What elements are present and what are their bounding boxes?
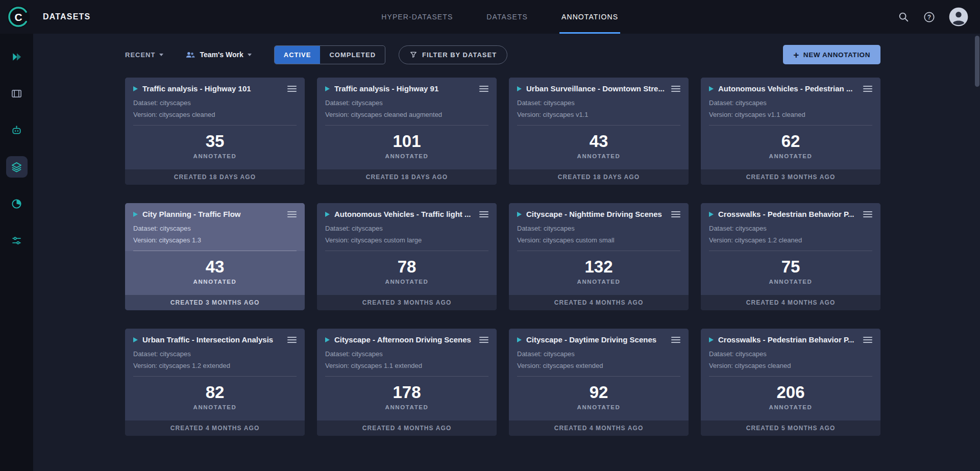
card-menu-icon[interactable] [863, 85, 872, 92]
app-logo[interactable]: C [7, 6, 30, 28]
card-title: Autonomous Vehicles - Pedestrian ... [718, 84, 858, 93]
sidebar-item-reports[interactable] [6, 193, 28, 214]
card-menu-icon[interactable] [671, 85, 680, 92]
card-dataset: Dataset: cityscapes [517, 350, 680, 358]
annotation-card[interactable]: Autonomous Vehicles - Pedestrian ... Dat… [701, 78, 880, 185]
annotated-count: 78 [398, 257, 416, 277]
annotated-count: 132 [584, 257, 612, 277]
scope-dropdown[interactable]: Team's Work [185, 49, 251, 60]
card-title: Cityscape - Afternoon Driving Scenes [334, 335, 474, 344]
card-dataset: Dataset: cityscapes [325, 225, 488, 232]
user-avatar-icon[interactable] [948, 7, 969, 27]
card-top: Traffic analysis - Highway 91 Dataset: c… [317, 78, 497, 126]
sidebar-item-automation[interactable] [6, 119, 28, 141]
card-count-block: 92 ANNOTATED [509, 377, 689, 420]
card-title: Traffic analysis - Highway 101 [142, 84, 282, 93]
filter-by-dataset-button[interactable]: FILTER BY DATASET [399, 45, 507, 64]
layers-icon [11, 161, 22, 173]
logo-icon: C [7, 6, 30, 28]
toggle-active[interactable]: ACTIVE [275, 46, 321, 64]
card-header: Autonomous Vehicles - Pedestrian ... [709, 84, 872, 93]
search-icon[interactable] [897, 11, 910, 23]
annotation-card[interactable]: Urban Surveillance - Downtown Stre... Da… [509, 78, 689, 185]
card-title: Cityscape - Nighttime Driving Scenes [526, 210, 666, 218]
annotated-label: ANNOTATED [577, 404, 621, 410]
card-dataset: Dataset: cityscapes [133, 225, 297, 232]
play-icon [325, 86, 330, 91]
top-tab-label: DATASETS [486, 13, 528, 21]
annotation-card[interactable]: Crosswalks - Pedestrian Behavior P... Da… [701, 203, 880, 310]
annotation-card[interactable]: Cityscape - Daytime Driving Scenes Datas… [509, 329, 689, 436]
card-dataset: Dataset: cityscapes [133, 99, 297, 107]
card-dataset: Dataset: cityscapes [709, 225, 872, 232]
card-menu-icon[interactable] [863, 211, 872, 218]
scrollbar-thumb[interactable] [975, 36, 979, 87]
card-count-block: 206 ANNOTATED [701, 377, 880, 420]
card-version: Version: cityscapes v1.1 [517, 111, 680, 126]
annotation-card[interactable]: Urban Traffic - Intersection Analysis Da… [125, 329, 305, 436]
play-icon [517, 212, 522, 217]
annotation-card[interactable]: Cityscape - Afternoon Driving Scenes Dat… [317, 329, 497, 436]
card-version: Version: cityscapes cleaned augmented [325, 111, 488, 126]
film-icon [11, 88, 22, 100]
sidebar-item-pipelines[interactable] [6, 230, 28, 251]
card-created: CREATED 3 MONTHS AGO [701, 169, 880, 185]
card-menu-icon[interactable] [671, 336, 680, 343]
toggle-completed[interactable]: COMPLETED [320, 46, 385, 64]
annotation-card[interactable]: Crosswalks - Pedestrian Behavior P... Da… [701, 329, 880, 436]
annotated-count: 43 [590, 132, 608, 151]
card-count-block: 35 ANNOTATED [125, 126, 305, 169]
annotated-count: 43 [206, 257, 225, 277]
card-title: Autonomous Vehicles - Traffic light ... [334, 210, 474, 218]
card-header: Crosswalks - Pedestrian Behavior P... [709, 335, 872, 344]
annotated-count: 75 [781, 257, 800, 277]
sidebar-item-frames[interactable] [6, 83, 28, 104]
annotated-label: ANNOTATED [577, 279, 621, 285]
annotated-count: 92 [590, 383, 608, 402]
annotation-card[interactable]: Traffic analysis - Highway 101 Dataset: … [125, 78, 305, 185]
card-title: Crosswalks - Pedestrian Behavior P... [718, 210, 858, 218]
team-icon [185, 49, 195, 60]
annotation-card[interactable]: Traffic analysis - Highway 91 Dataset: c… [317, 78, 497, 185]
chevron-down-icon [159, 54, 163, 56]
annotated-count: 101 [393, 132, 421, 151]
new-annotation-button[interactable]: + NEW ANNOTATION [783, 45, 880, 64]
card-header: Traffic analysis - Highway 101 [133, 84, 297, 93]
card-dataset: Dataset: cityscapes [709, 350, 872, 358]
top-tab[interactable]: ANNOTATIONS [559, 0, 620, 34]
top-tab[interactable]: HYPER-DATASETS [379, 0, 455, 34]
play-icon [517, 337, 522, 342]
annotated-count: 206 [776, 383, 804, 402]
help-icon[interactable]: ? [923, 11, 935, 23]
card-menu-icon[interactable] [479, 211, 488, 218]
top-tab[interactable]: DATASETS [484, 0, 530, 34]
card-menu-icon[interactable] [863, 336, 872, 343]
card-menu-icon[interactable] [479, 336, 488, 343]
card-count-block: 43 ANNOTATED [509, 126, 689, 169]
card-header: Cityscape - Afternoon Driving Scenes [325, 335, 488, 344]
card-top: Crosswalks - Pedestrian Behavior P... Da… [701, 203, 880, 251]
card-header: Crosswalks - Pedestrian Behavior P... [709, 210, 872, 218]
card-version: Version: cityscapes 1.2 extended [133, 362, 297, 377]
annotation-card[interactable]: Cityscape - Nighttime Driving Scenes Dat… [509, 203, 689, 310]
card-menu-icon[interactable] [287, 85, 297, 92]
card-menu-icon[interactable] [479, 85, 488, 92]
play-icon [325, 212, 330, 217]
card-top: Urban Traffic - Intersection Analysis Da… [125, 329, 305, 377]
sidebar-item-projects[interactable] [6, 46, 28, 67]
card-top: Cityscape - Afternoon Driving Scenes Dat… [317, 329, 497, 377]
annotation-card[interactable]: City Planning - Traffic Flow Dataset: ci… [125, 203, 305, 310]
sort-dropdown[interactable]: RECENT [125, 51, 163, 59]
card-menu-icon[interactable] [671, 211, 680, 218]
card-created: CREATED 18 DAYS AGO [125, 169, 305, 185]
annotated-label: ANNOTATED [385, 153, 429, 159]
annotation-card[interactable]: Autonomous Vehicles - Traffic light ... … [317, 203, 497, 310]
card-menu-icon[interactable] [287, 211, 297, 218]
card-menu-icon[interactable] [287, 336, 297, 343]
card-title: Urban Surveillance - Downtown Stre... [526, 84, 666, 93]
card-version: Version: cityscapes custom large [325, 236, 488, 251]
card-title: Urban Traffic - Intersection Analysis [142, 335, 282, 344]
svg-text:C: C [14, 11, 22, 23]
card-created: CREATED 4 MONTHS AGO [317, 420, 497, 436]
sidebar-item-datasets[interactable] [6, 156, 28, 178]
